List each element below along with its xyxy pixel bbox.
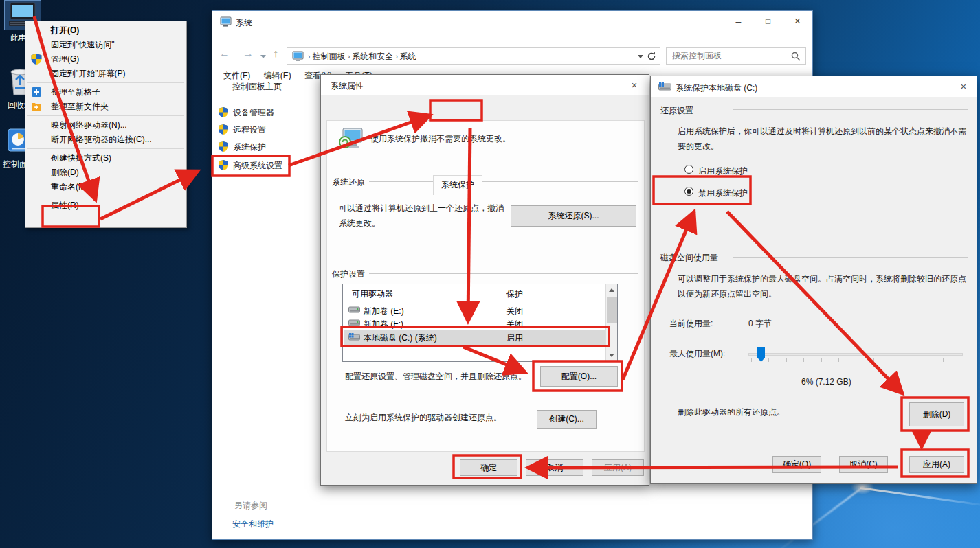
uac-shield-icon bbox=[31, 54, 42, 65]
system-restore-button[interactable]: 系统还原(S)... bbox=[511, 205, 636, 227]
system-properties-titlebar[interactable]: 系统属性 × bbox=[321, 75, 649, 95]
menu-file[interactable]: 文件(F) bbox=[223, 70, 250, 82]
see-also-label: 另请参阅 bbox=[234, 500, 267, 512]
menu-item-manage[interactable]: 管理(G) bbox=[25, 52, 186, 66]
menu-item-label: 整理至新格子 bbox=[51, 87, 100, 97]
menu-separator bbox=[27, 196, 184, 196]
group-divider bbox=[733, 257, 968, 258]
menu-item-create-shortcut[interactable]: 创建快捷方式(S) bbox=[25, 151, 186, 165]
sidebar-item-system-protection[interactable]: 系统保护 bbox=[233, 141, 266, 153]
menu-item-organize-folder[interactable]: 整理至新文件夹 bbox=[25, 100, 186, 113]
scrollbar-thumb[interactable] bbox=[607, 297, 617, 323]
refresh-icon[interactable] bbox=[646, 51, 657, 62]
system-drive-icon bbox=[348, 333, 360, 341]
sidebar-item-remote-settings[interactable]: 远程设置 bbox=[233, 124, 266, 136]
menu-item-properties[interactable]: 属性(R) bbox=[25, 198, 186, 212]
uac-shield-icon bbox=[219, 107, 228, 117]
scroll-down-icon[interactable] bbox=[609, 354, 614, 357]
delete-button[interactable]: 删除(D) bbox=[909, 402, 964, 426]
address-dropdown-chevron-icon[interactable] bbox=[638, 55, 643, 58]
drive-row-f[interactable]: 新加卷 (F:) 关闭 bbox=[344, 317, 606, 330]
ok-button[interactable]: 确定 bbox=[460, 459, 517, 476]
dialog-title: 系统保护本地磁盘 (C:) bbox=[676, 82, 757, 94]
drive-name: 新加卷 (E:) bbox=[364, 306, 404, 317]
drive-row-e[interactable]: 新加卷 (E:) 关闭 bbox=[344, 304, 606, 317]
protection-dialog-titlebar[interactable]: 系统保护本地磁盘 (C:) × bbox=[651, 76, 977, 97]
scroll-up-icon[interactable] bbox=[609, 288, 614, 292]
search-input[interactable] bbox=[672, 49, 782, 62]
address-bar[interactable]: › 控制面板 › 系统和安全 › 系统 bbox=[287, 47, 660, 65]
menu-edit[interactable]: 编辑(E) bbox=[264, 70, 291, 82]
menu-item-pin-quick-access[interactable]: 固定到"快速访问" bbox=[25, 38, 186, 52]
button-divider bbox=[660, 439, 968, 439]
menu-item-open[interactable]: 打开(O) bbox=[25, 23, 186, 37]
list-scrollbar[interactable] bbox=[605, 284, 617, 361]
desktop: 此电脑 回收站 控制面板 系统 – □ × bbox=[0, 0, 980, 548]
drive-row-c-selected[interactable]: 本地磁盘 (C:) (系统) 启用 bbox=[344, 330, 606, 345]
apply-button[interactable]: 应用(A) bbox=[592, 459, 644, 476]
sidebar-item-advanced-system-settings[interactable]: 高级系统设置 bbox=[233, 160, 282, 172]
radio-disable-protection[interactable] bbox=[684, 187, 693, 196]
wallpaper-beam bbox=[860, 487, 980, 506]
sidebar-item-device-manager[interactable]: 设备管理器 bbox=[233, 107, 274, 119]
dialog-title: 系统属性 bbox=[331, 80, 364, 92]
drive-status: 启用 bbox=[506, 332, 523, 344]
drive-name: 新加卷 (F:) bbox=[364, 319, 403, 330]
cancel-button[interactable]: 取消 bbox=[526, 459, 583, 476]
restore-settings-desc2: 要的更改。 bbox=[678, 141, 719, 152]
system-protection-icon bbox=[339, 127, 364, 150]
menu-item-label: 整理至新文件夹 bbox=[51, 102, 109, 111]
menu-item-organize-grid[interactable]: 整理至新格子 bbox=[25, 85, 186, 99]
menu-item-map-network-drive[interactable]: 映射网络驱动器(N)... bbox=[25, 118, 186, 132]
minimize-button[interactable]: – bbox=[724, 11, 753, 33]
configure-desc: 配置还原设置、管理磁盘空间，并且删除还原点。 bbox=[345, 371, 526, 383]
search-box[interactable] bbox=[666, 47, 806, 65]
cancel-button[interactable]: 取消(C) bbox=[839, 456, 888, 473]
restore-group-title: 系统还原 bbox=[332, 176, 369, 188]
slider-ticks bbox=[751, 358, 961, 362]
max-usage-slider-track[interactable] bbox=[748, 353, 963, 356]
system-window-titlebar[interactable]: 系统 – □ × bbox=[212, 11, 812, 33]
close-button[interactable]: × bbox=[783, 11, 812, 33]
menu-separator bbox=[27, 82, 184, 83]
menu-item-pin-start[interactable]: 固定到"开始"屏幕(P) bbox=[25, 67, 186, 80]
create-desc: 立刻为启用系统保护的驱动器创建还原点。 bbox=[345, 412, 502, 424]
sidebar-item-control-panel-home[interactable]: 控制面板主页 bbox=[232, 81, 282, 93]
group-divider bbox=[368, 181, 638, 182]
uac-shield-icon bbox=[219, 124, 228, 135]
ok-button[interactable]: 确定(O) bbox=[772, 456, 821, 473]
back-button[interactable]: ← bbox=[219, 47, 230, 60]
drive-list[interactable]: 可用驱动器 保护 新加卷 (E:) 关闭 新加卷 (F:) 关闭 bbox=[342, 284, 618, 362]
breadcrumb-item[interactable]: 系统 bbox=[400, 52, 416, 61]
apply-button[interactable]: 应用(A) bbox=[909, 456, 964, 473]
close-icon[interactable]: × bbox=[625, 78, 643, 93]
search-icon[interactable] bbox=[791, 52, 801, 61]
breadcrumb-item[interactable]: 系统和安全 bbox=[352, 52, 393, 61]
close-icon[interactable]: × bbox=[955, 80, 972, 95]
forward-button[interactable]: → bbox=[243, 47, 254, 60]
system-drive-icon bbox=[658, 82, 671, 91]
protection-group-title: 保护设置 bbox=[332, 269, 369, 280]
up-button[interactable]: ↑ bbox=[273, 47, 278, 60]
configure-button[interactable]: 配置(O)... bbox=[540, 366, 618, 387]
menu-item-rename[interactable]: 重命名(M) bbox=[25, 180, 186, 194]
radio-disable-label[interactable]: 禁用系统保护 bbox=[698, 187, 748, 199]
menu-item-delete[interactable]: 删除(D) bbox=[25, 165, 186, 179]
create-button[interactable]: 创建(C)... bbox=[537, 410, 597, 429]
blue-plus-tile-icon bbox=[31, 87, 42, 98]
recent-pages-chevron-icon[interactable] bbox=[260, 55, 266, 58]
drive-icon bbox=[348, 306, 360, 314]
drive-list-header: 可用驱动器 保护 bbox=[344, 286, 606, 300]
drive-icon bbox=[348, 319, 360, 327]
security-maintenance-link[interactable]: 安全和维护 bbox=[232, 518, 274, 530]
breadcrumb-item[interactable]: 控制面板 bbox=[313, 52, 346, 61]
uac-shield-icon bbox=[219, 160, 228, 170]
menu-item-disconnect-network-drive[interactable]: 断开网络驱动器的连接(C)... bbox=[25, 133, 186, 146]
maximize-button[interactable]: □ bbox=[753, 11, 783, 33]
tab-system-protection[interactable]: 系统保护 bbox=[433, 175, 482, 195]
menu-item-label: 管理(G) bbox=[51, 54, 79, 64]
column-protection: 保护 bbox=[506, 288, 523, 300]
radio-enable-label[interactable]: 启用系统保护 bbox=[698, 165, 748, 177]
breadcrumb[interactable]: › 控制面板 › 系统和安全 › 系统 bbox=[308, 51, 416, 62]
radio-enable-protection[interactable] bbox=[684, 165, 693, 174]
